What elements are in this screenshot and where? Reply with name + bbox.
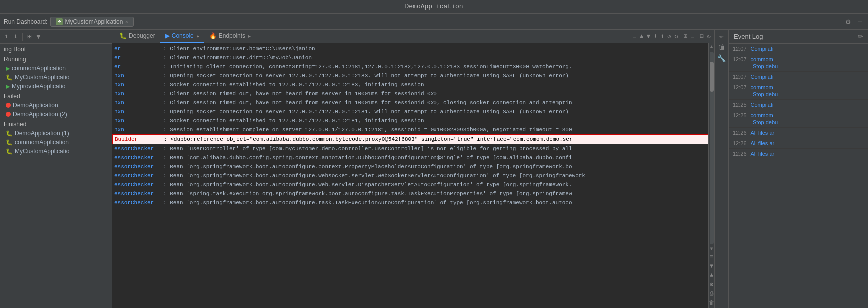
upload-icon[interactable]: ⬆ bbox=[659, 32, 666, 42]
play-icon: ▶ bbox=[6, 66, 10, 72]
console-content[interactable]: er: Client environment:user.home=C:\User… bbox=[112, 44, 708, 308]
app-item-myprovide[interactable]: ▶ MyprovideApplicatio bbox=[2, 82, 112, 91]
refresh-icon[interactable]: ↻ bbox=[705, 32, 712, 42]
debugger-icon: 🐛 bbox=[119, 32, 127, 40]
side-up-icon[interactable]: ▲ bbox=[710, 271, 713, 280]
scroll-down-arrow[interactable]: ▼ bbox=[710, 246, 713, 253]
console-line: nxn: Session establishment complete on s… bbox=[112, 126, 708, 134]
table-icon[interactable]: ⊞ bbox=[682, 32, 689, 42]
close-tab-icon[interactable]: × bbox=[125, 19, 128, 25]
event-title[interactable]: All files ar bbox=[751, 140, 775, 146]
run-dashboard-bar: Run Dashboard: ☘ MyCustomApplication × ⚙… bbox=[0, 14, 868, 30]
event-time: 12:07 bbox=[733, 56, 747, 62]
pencil-icon[interactable]: ✏ bbox=[717, 32, 726, 40]
minimize-icon[interactable]: − bbox=[855, 18, 864, 26]
menu-icon[interactable]: ≡ bbox=[631, 32, 638, 42]
app-item-mycustom[interactable]: 🐛 MyCustomApplicatio bbox=[2, 73, 112, 82]
scroll-up-arrow[interactable]: ▲ bbox=[710, 44, 713, 51]
filter-icon[interactable]: ▼ bbox=[35, 32, 42, 42]
scroll-track[interactable] bbox=[710, 52, 714, 244]
event-log-edit-icon[interactable]: ✏ bbox=[858, 33, 863, 40]
event-title[interactable]: All files ar bbox=[751, 151, 775, 157]
line-text: : Initiating client connection, connectS… bbox=[163, 62, 572, 72]
grid2-icon[interactable]: ⊟ bbox=[698, 32, 705, 42]
console-scrollbar[interactable]: ▲ ▼ ≡ ▼ ▲ ⚙ ⎙ 🗑 bbox=[708, 44, 714, 308]
line-source: essorChecker bbox=[114, 172, 159, 180]
tab-endpoints-label: Endpoints bbox=[219, 32, 245, 40]
console-line: nxn: Client session timed out, have not … bbox=[112, 90, 708, 98]
app-item-commom-fin[interactable]: 🐛 commomApplication bbox=[2, 138, 112, 147]
wrench-icon[interactable]: 🔧 bbox=[717, 54, 726, 63]
event-time: 12:26 bbox=[733, 151, 747, 157]
event-subtitle[interactable]: Stop debu bbox=[733, 120, 864, 126]
section-label-failed: Failed bbox=[0, 91, 112, 101]
tab-endpoints[interactable]: 🔥 Endpoints ▸ bbox=[204, 30, 256, 43]
event-title[interactable]: All files ar bbox=[751, 130, 775, 136]
event-subtitle[interactable]: Stop debu bbox=[733, 64, 864, 70]
up-icon[interactable]: ▲ bbox=[638, 32, 645, 42]
app-item-demo-fin1[interactable]: 🐛 DemoApplication (1) bbox=[2, 129, 112, 138]
app-item-label: MyCustomApplicatio bbox=[15, 148, 69, 155]
settings-icon[interactable]: ⚙ bbox=[844, 17, 853, 27]
line-text: : Opening socket connection to server 12… bbox=[163, 108, 569, 116]
side-tool-icon[interactable]: ⚙ bbox=[710, 280, 713, 290]
app-item-mycustom-fin[interactable]: 🐛 MyCustomApplicatio bbox=[2, 147, 112, 156]
event-title[interactable]: commom bbox=[751, 112, 773, 118]
finished-group: 🐛 DemoApplication (1) 🐛 commomApplicatio… bbox=[0, 129, 112, 156]
side-trash-icon[interactable]: 🗑 bbox=[709, 298, 715, 308]
endpoints-icon: 🔥 bbox=[209, 32, 217, 40]
endpoints-arrow: ▸ bbox=[248, 34, 251, 39]
event-title[interactable]: commom bbox=[751, 84, 773, 90]
event-log-item: 12:26All files ar bbox=[729, 149, 868, 160]
side-filter-icon[interactable]: ≡ bbox=[710, 253, 713, 262]
event-time: 12:07 bbox=[733, 74, 747, 80]
event-log-items: 12:07Compilati12:07commomStop debu12:07C… bbox=[729, 44, 868, 160]
line-text: : Client session timed out, have not hea… bbox=[163, 90, 437, 98]
line-source: nxn bbox=[114, 90, 159, 98]
trash-icon[interactable]: 🗑 bbox=[717, 44, 726, 52]
app-icon: ☘ bbox=[56, 18, 63, 26]
run-tab-mycustom[interactable]: ☘ MyCustomApplication × bbox=[50, 17, 133, 27]
down-icon2[interactable]: ▼ bbox=[645, 32, 652, 42]
debug-icon-fin3: 🐛 bbox=[6, 148, 13, 155]
event-title[interactable]: Compilati bbox=[751, 102, 774, 108]
event-log-item: 12:25Compilati bbox=[729, 100, 868, 110]
event-title[interactable]: Compilati bbox=[751, 46, 774, 52]
sort-down-icon[interactable]: ⬇ bbox=[12, 32, 19, 42]
tab-console-label: Console bbox=[172, 32, 194, 40]
line-text: : Client environment:user.dir=D:\myJob\J… bbox=[163, 54, 312, 62]
rotate-left-icon[interactable]: ↺ bbox=[666, 32, 673, 42]
align-icon[interactable]: ≡ bbox=[689, 32, 696, 42]
event-title[interactable]: commom bbox=[751, 56, 773, 62]
line-source: essorChecker bbox=[114, 190, 159, 198]
line-text: : Bean 'org.springframework.boot.autocon… bbox=[163, 198, 572, 208]
app-item-demo1[interactable]: DemoApplication bbox=[2, 101, 112, 110]
app-item-commom[interactable]: ▶ commomApplication bbox=[2, 64, 112, 73]
app-item-label: DemoApplication (2) bbox=[13, 111, 67, 118]
tab-debugger[interactable]: 🐛 Debugger bbox=[114, 30, 160, 43]
download-icon[interactable]: ⬇ bbox=[652, 32, 659, 42]
line-source: essorChecker bbox=[114, 144, 159, 154]
title-bar: DemoApplication bbox=[0, 0, 868, 14]
line-text: : Bean 'spring.task.execution-org.spring… bbox=[163, 190, 572, 198]
failed-group: DemoApplication DemoApplication (2) bbox=[0, 101, 112, 119]
event-title[interactable]: Compilati bbox=[751, 74, 774, 80]
running-group: ▶ commomApplication 🐛 MyCustomApplicatio… bbox=[0, 64, 112, 91]
event-time: 12:25 bbox=[733, 102, 747, 108]
tab-console[interactable]: ▶ Console ▸ bbox=[160, 30, 204, 43]
event-log-title: Event Log bbox=[734, 33, 763, 40]
tab-bar: 🐛 Debugger ▶ Console ▸ 🔥 Endpoints ▸ ≡ ▲… bbox=[112, 30, 714, 44]
rotate-right-icon[interactable]: ↻ bbox=[673, 32, 680, 42]
event-log-header: Event Log ✏ bbox=[729, 30, 868, 44]
app-item-label: MyCustomApplicatio bbox=[15, 74, 69, 81]
app-item-demo2[interactable]: DemoApplication (2) bbox=[2, 110, 112, 119]
side-print-icon[interactable]: ⎙ bbox=[710, 290, 713, 298]
sort-up-icon[interactable]: ⬆ bbox=[3, 32, 10, 42]
side-down-icon[interactable]: ▼ bbox=[710, 262, 713, 271]
grid-icon[interactable]: ⊞ bbox=[26, 32, 33, 42]
console-line: essorChecker: Bean 'org.springframework.… bbox=[112, 180, 708, 190]
main-area: ⬆ ⬇ ⊞ ▼ ing Boot Running ▶ commomApplica… bbox=[0, 30, 868, 308]
scroll-thumb[interactable] bbox=[710, 62, 714, 92]
event-subtitle[interactable]: Stop debu bbox=[733, 92, 864, 98]
app-item-label: commomApplication bbox=[15, 139, 69, 146]
